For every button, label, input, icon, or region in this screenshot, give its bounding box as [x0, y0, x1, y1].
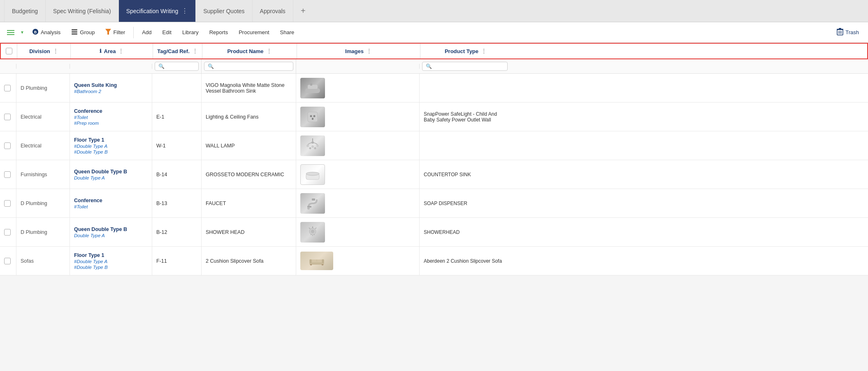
row-6-checkbox-cell[interactable] [0, 218, 16, 246]
library-label: Library [182, 29, 199, 35]
svg-rect-44 [310, 264, 312, 265]
images-drag-icon[interactable]: ⋮ [366, 48, 372, 54]
trash-button[interactable]: Trash [833, 26, 863, 39]
name-search-input[interactable] [216, 63, 290, 69]
data-table: Division ⋮ ℹ Area ⋮ Tag/Cad Ref. ⋮ Produ… [0, 43, 868, 275]
table-row: Electrical Conference #Toilet #Prep room… [0, 103, 868, 131]
row-1-images[interactable] [296, 74, 420, 102]
row-5-checkbox[interactable] [4, 200, 11, 207]
row-6-checkbox[interactable] [4, 229, 11, 236]
svg-rect-13 [308, 85, 318, 89]
library-button[interactable]: Library [178, 27, 203, 37]
group-label: Group [80, 29, 95, 35]
analysis-icon: B [32, 28, 39, 36]
row-5-division: D Plumbing [16, 189, 70, 217]
tab-approvals[interactable]: Approvals [253, 0, 293, 22]
svg-rect-41 [310, 259, 312, 263]
row-5-area: Conference #Toilet [70, 189, 152, 217]
row-4-checkbox-cell[interactable] [0, 160, 16, 189]
division-drag-icon[interactable]: ⋮ [53, 48, 58, 54]
name-search-icon: 🔍 [208, 63, 214, 69]
row-2-image-thumb[interactable] [300, 107, 325, 127]
area-info-icon[interactable]: ℹ [100, 48, 102, 54]
table-row: Furnishings Queen Double Type B Double T… [0, 160, 868, 189]
row-2-images[interactable] [296, 103, 420, 131]
add-tab-button[interactable]: + [297, 6, 309, 16]
row-7-product-type: Aberdeen 2 Cushion Slipcover Sofa [420, 247, 510, 275]
tab-specification-writing[interactable]: Specification Writing ⋮ [119, 0, 196, 22]
tab-spec-writing-felishia[interactable]: Spec Writing (Felishia) [46, 0, 119, 22]
type-drag-icon[interactable]: ⋮ [481, 48, 487, 54]
tab-supplier-quotes[interactable]: Supplier Quotes [196, 0, 252, 22]
column-header-images: Images ⋮ [297, 44, 420, 58]
row-6-images[interactable] [296, 218, 420, 246]
tag-search-input[interactable] [167, 63, 195, 69]
row-2-checkbox-cell[interactable] [0, 103, 16, 131]
row-2-product-name: Lighting & Ceiling Fans [202, 103, 296, 131]
svg-point-16 [310, 115, 312, 117]
analysis-button[interactable]: B Analysis [28, 26, 65, 38]
share-button[interactable]: Share [276, 27, 299, 37]
filter-button[interactable]: Filter [101, 27, 129, 38]
tag-drag-icon[interactable]: ⋮ [192, 48, 198, 54]
row-7-division: Sofas [16, 247, 70, 275]
select-all-checkbox-cell[interactable] [1, 44, 17, 58]
row-7-image-thumb[interactable] [300, 252, 333, 270]
row-7-images[interactable] [296, 247, 420, 275]
reports-button[interactable]: Reports [205, 27, 232, 37]
hamburger-menu-button[interactable] [5, 28, 16, 37]
svg-point-27 [306, 172, 319, 175]
row-4-checkbox[interactable] [4, 171, 11, 178]
group-button[interactable]: Group [67, 26, 99, 38]
svg-rect-15 [308, 112, 318, 122]
filter-area-col [70, 64, 152, 69]
row-1-checkbox-cell[interactable] [0, 74, 16, 102]
row-5-image-thumb[interactable] [300, 193, 325, 214]
tag-header-label: Tag/Cad Ref. [157, 48, 190, 54]
area-drag-icon[interactable]: ⋮ [118, 48, 124, 54]
type-search-icon: 🔍 [426, 63, 432, 69]
row-7-checkbox-cell[interactable] [0, 247, 16, 275]
row-7-checkbox[interactable] [4, 258, 11, 264]
row-5-product-name: FAUCET [202, 189, 296, 217]
row-2-product-type: SnapPower SafeLight - Child And Baby Saf… [420, 103, 510, 131]
row-1-image-thumb[interactable] [300, 78, 325, 98]
analysis-label: Analysis [41, 29, 60, 35]
name-drag-icon[interactable]: ⋮ [266, 48, 272, 54]
filter-type-col[interactable]: 🔍 [420, 59, 510, 73]
add-button[interactable]: Add [138, 27, 155, 37]
type-search-input-container: 🔍 [422, 62, 508, 71]
separator-1 [133, 27, 134, 38]
row-2-checkbox[interactable] [4, 114, 11, 120]
filter-images-col [296, 64, 420, 69]
type-search-input[interactable] [434, 63, 504, 69]
row-4-images[interactable] [296, 160, 420, 189]
area-header-label: Area [104, 48, 116, 54]
dropdown-arrow-button[interactable]: ▼ [19, 28, 26, 37]
row-3-image-thumb[interactable] [300, 135, 325, 156]
svg-rect-45 [322, 264, 323, 265]
column-header-product-type: Product Type ⋮ [420, 44, 511, 58]
row-1-product-name: VIGO Magnolia White Matte Stone Vessel B… [202, 74, 296, 102]
svg-point-17 [313, 115, 316, 117]
row-3-product-name: WALL LAMP [202, 131, 296, 160]
trash-label: Trash [845, 29, 859, 35]
row-3-images[interactable] [296, 131, 420, 160]
tab-budgeting[interactable]: Budgeting [4, 0, 46, 22]
row-5-checkbox-cell[interactable] [0, 189, 16, 217]
row-3-checkbox[interactable] [4, 142, 11, 149]
procurement-button[interactable]: Procurement [234, 27, 273, 37]
row-1-checkbox[interactable] [4, 85, 11, 91]
row-5-images[interactable] [296, 189, 420, 217]
product-type-header-label: Product Type [445, 48, 478, 54]
filter-name-col[interactable]: 🔍 [202, 59, 296, 73]
svg-line-34 [315, 228, 316, 229]
row-3-checkbox-cell[interactable] [0, 131, 16, 160]
edit-button[interactable]: Edit [158, 27, 176, 37]
row-6-image-thumb[interactable] [300, 222, 325, 243]
filter-tag-col[interactable]: 🔍 [152, 59, 202, 73]
select-all-checkbox[interactable] [6, 48, 12, 54]
row-4-image-thumb[interactable] [300, 164, 325, 185]
row-4-product-name: GROSSETO MODERN CERAMIC [202, 160, 296, 189]
row-1-division: D Plumbing [16, 74, 70, 102]
